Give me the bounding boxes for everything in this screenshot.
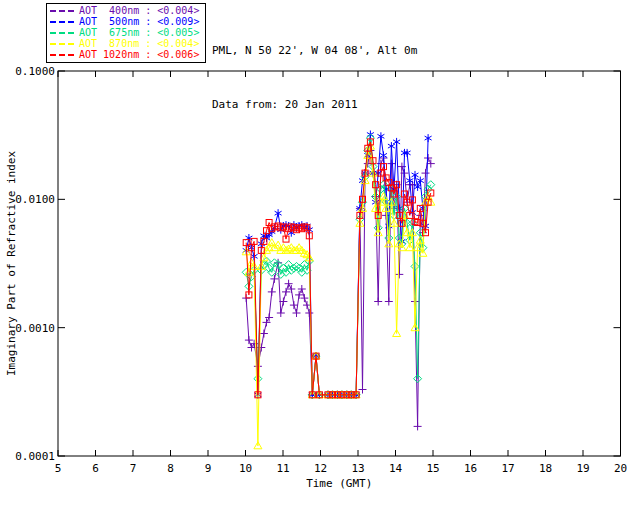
legend-item-870nm: AOT 870nm : <0.004>: [50, 39, 202, 50]
x-tick-label: 6: [92, 462, 99, 475]
x-tick-label: 20: [614, 462, 627, 475]
x-tick-label: 13: [351, 462, 364, 475]
x-tick-label: 16: [464, 462, 477, 475]
legend-label-1020nm: AOT 1020nm : <0.006>: [79, 50, 199, 60]
legend-box: AOT 400nm : <0.004>AOT 500nm : <0.009>AO…: [46, 3, 206, 63]
x-tick-label: 14: [389, 462, 403, 475]
marker-asterisk: [275, 209, 282, 217]
x-tick-label: 7: [130, 462, 137, 475]
x-axis-title: Time (GMT): [306, 477, 372, 490]
y-axis-title: Imaginary Part of Refractive index: [5, 151, 18, 377]
marker-plus: [268, 288, 276, 296]
series-675nm: [242, 134, 435, 399]
legend-dash-870nm: [50, 43, 74, 45]
legend-dash-675nm: [50, 32, 74, 34]
legend-item-500nm: AOT 500nm : <0.009>: [50, 16, 202, 27]
x-tick-label: 17: [501, 462, 514, 475]
legend-item-400nm: AOT 400nm : <0.004>: [50, 5, 202, 16]
data-date-text: Data from: 20 Jan 2011: [212, 96, 417, 114]
legend-label-400nm: AOT 400nm : <0.004>: [79, 6, 199, 16]
marker-plus: [293, 309, 301, 317]
marker-plus: [395, 270, 403, 278]
legend-label-500nm: AOT 500nm : <0.009>: [79, 17, 199, 27]
plot-page: { "header": { "line1": "PML, N 50 22', W…: [0, 0, 640, 512]
marker-asterisk: [377, 132, 384, 140]
y-tick-label: 0.1000: [15, 65, 55, 78]
series-400nm: [242, 147, 435, 431]
marker-plus: [414, 422, 422, 430]
marker-plus: [245, 336, 253, 344]
legend-item-1020nm: AOT 1020nm : <0.006>: [50, 50, 202, 61]
x-tick-label: 10: [239, 462, 252, 475]
marker-asterisk: [425, 134, 432, 142]
legend-dash-400nm: [50, 10, 74, 12]
marker-plus: [359, 386, 367, 394]
marker-plus: [277, 309, 285, 317]
x-axis: 567891011121314151617181920Time (GMT): [55, 71, 627, 490]
x-tick-label: 5: [55, 462, 62, 475]
x-tick-label: 19: [576, 462, 589, 475]
plot-header: PML, N 50 22', W 04 08', Alt 0m Data fro…: [212, 6, 417, 132]
series-line-1020nm: [246, 142, 431, 395]
legend-label-675nm: AOT 675nm : <0.005>: [79, 28, 199, 38]
marker-plus: [385, 298, 393, 306]
legend-label-870nm: AOT 870nm : <0.004>: [79, 39, 199, 49]
marker-asterisk: [412, 171, 419, 179]
y-tick-label: 0.0001: [15, 450, 55, 463]
x-tick-label: 18: [539, 462, 552, 475]
x-tick-label: 11: [276, 462, 289, 475]
legend-dash-500nm: [50, 21, 74, 23]
x-tick-label: 8: [167, 462, 174, 475]
marker-plus: [411, 298, 419, 306]
x-tick-label: 9: [205, 462, 212, 475]
y-tick-label: 0.0100: [15, 193, 55, 206]
marker-plus: [305, 309, 313, 317]
site-location-text: PML, N 50 22', W 04 08', Alt 0m: [212, 42, 417, 60]
marker-plus: [374, 298, 382, 306]
marker-plus: [260, 330, 268, 338]
x-tick-label: 15: [426, 462, 439, 475]
marker-plus: [422, 169, 430, 177]
marker-plus: [290, 301, 298, 309]
legend-item-675nm: AOT 675nm : <0.005>: [50, 27, 202, 38]
legend-dash-1020nm: [50, 54, 74, 56]
y-tick-label: 0.0010: [15, 322, 55, 335]
x-tick-label: 12: [314, 462, 327, 475]
